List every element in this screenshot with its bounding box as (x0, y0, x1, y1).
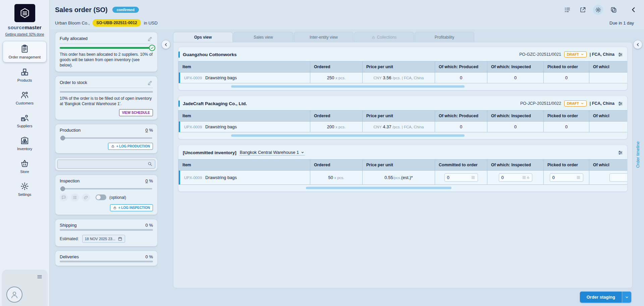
order-staging-caret-icon[interactable] (622, 292, 631, 303)
log-production-button[interactable]: + LOG PRODUCTION (108, 143, 153, 150)
cell-extra (589, 122, 628, 132)
col-header-ordered: Ordered (310, 160, 363, 171)
tune-icon[interactable] (618, 52, 623, 57)
supplier-name: JadeCraft Packaging Co., Ltd. (183, 101, 247, 106)
timeline-expand-button[interactable] (633, 40, 642, 49)
picked-input[interactable]: 0 (550, 173, 583, 182)
tab-ops-view[interactable]: Ops view (173, 32, 233, 42)
picked-value: 0 (565, 75, 568, 80)
production-slider[interactable] (60, 137, 152, 139)
sidebar-item-suppliers[interactable]: Suppliers (3, 110, 47, 131)
table-row[interactable]: UPX-0009Drawstring bags 200 x pcs. CNY 4… (179, 122, 628, 132)
edit-pencil-icon[interactable] (147, 36, 153, 41)
avatar[interactable] (6, 287, 22, 303)
order-number-pill[interactable]: SO-UBB-202511-0012 (93, 19, 141, 27)
log-inspection-button[interactable]: + LOG INSPECTION (110, 204, 153, 211)
qty-value: 50 (328, 175, 333, 180)
lock-icon (372, 36, 375, 39)
tab-collections[interactable]: Collections (354, 32, 414, 42)
scrollbar-thumb[interactable] (306, 187, 451, 189)
slider-knob[interactable] (60, 186, 65, 191)
main-area: Sales order (SO) confirmed (50, 0, 644, 306)
scrollbar-thumb[interactable] (231, 134, 465, 137)
menu-icon[interactable] (37, 274, 43, 280)
card-title: Inspection (60, 178, 79, 183)
estimated-label: Estimated: (60, 236, 79, 241)
sidebar-item-customers[interactable]: Customers (3, 87, 47, 108)
inspection-slider[interactable] (60, 188, 152, 189)
log-list-icon[interactable] (71, 193, 79, 202)
edit-pencil-icon[interactable] (147, 80, 153, 85)
open-in-new-icon[interactable] (578, 5, 588, 15)
customers-icon (20, 90, 29, 99)
collapse-header-chevron-icon[interactable] (629, 5, 639, 15)
committed-input[interactable]: 0 (444, 173, 478, 182)
brand-name: sourcemaster (8, 25, 42, 30)
horizontal-scrollbar[interactable] (182, 187, 623, 189)
app-logo[interactable] (14, 4, 35, 22)
card-title: Shipping (60, 223, 77, 228)
getting-started-link[interactable]: Getting started: 92% done (5, 33, 44, 36)
log-production-label: + LOG PRODUCTION (116, 144, 150, 148)
po-status-dropdown[interactable]: DRAFT (564, 51, 587, 57)
sidebar-item-products[interactable]: Products (3, 64, 47, 85)
tune-icon[interactable] (618, 150, 623, 156)
tab-inter-entity-view[interactable]: Inter-entity view (294, 32, 354, 42)
brand-source: source (8, 25, 24, 30)
production-card: Production 0 % + LOG PRODUCTION (55, 124, 158, 154)
deliveries-card: Deliveries 0 % (55, 251, 158, 266)
po-status-dropdown[interactable]: DRAFT (564, 100, 587, 106)
slider-knob[interactable] (60, 136, 65, 140)
lock-icon (111, 144, 115, 148)
sidebar-item-inventory[interactable]: Inventory (3, 133, 47, 154)
po-number: PO-GZC-202511/0021 (519, 52, 561, 57)
extra-input[interactable] (609, 173, 627, 182)
inspected-input[interactable]: 0 (499, 173, 532, 182)
sidebar-item-store[interactable]: Store (3, 156, 47, 177)
customer-name: Urban Bloom Co., (55, 20, 90, 26)
item-sku: UPX-0009 (184, 176, 202, 180)
stock-progress-bar (60, 91, 153, 93)
view-schedule-button[interactable]: VIEW SCHEDULE (119, 109, 153, 116)
table-row[interactable]: UPX-0009Drawstring bags 250 x pcs. CNY 3… (179, 73, 628, 83)
tune-icon[interactable] (618, 101, 623, 106)
copy-icon[interactable] (608, 5, 619, 15)
panel-collapse-button[interactable] (161, 40, 170, 49)
qty-value: 250 (327, 75, 334, 80)
gear-icon[interactable] (593, 5, 603, 15)
estimated-date-field[interactable]: 18 NOV 2025 23... (82, 235, 125, 243)
view-schedule-label: VIEW SCHEDULE (122, 111, 150, 115)
produced-value: 0 (460, 75, 462, 80)
tab-label: Profitability (435, 35, 454, 40)
inventory-icon (20, 136, 29, 145)
order-items-table: Item Ordered Price per unit Of which: Pr… (178, 61, 627, 83)
horizontal-scrollbar[interactable] (182, 85, 623, 88)
search-icon (147, 161, 153, 167)
inspection-card: Inspection 0 % (55, 175, 158, 215)
order-timeline-label[interactable]: Order timeline (636, 141, 640, 168)
warehouse-select[interactable]: Bangkok Central Warehouse 1 (239, 149, 305, 156)
order-staging-button[interactable]: Order staging (580, 292, 631, 303)
attachment-icon[interactable] (82, 193, 90, 202)
scrollbar-thumb[interactable] (231, 85, 465, 88)
sidebar-item-order-management[interactable]: Order management (3, 41, 47, 62)
comment-icon[interactable] (60, 193, 68, 202)
tab-profitability[interactable]: Profitability (415, 32, 474, 42)
activity-log-icon[interactable] (562, 5, 572, 15)
col-header-item: Item (179, 61, 310, 73)
sidebar-item-settings[interactable]: Settings (3, 179, 47, 200)
brand-master: master (24, 25, 41, 30)
col-header-picked: Picked to order (544, 160, 589, 171)
check-circle-icon (149, 45, 155, 51)
horizontal-scrollbar[interactable] (182, 134, 623, 137)
optional-toggle[interactable] (96, 194, 106, 200)
shipping-progress-bar (60, 229, 153, 231)
search-input[interactable] (57, 160, 155, 169)
table-row[interactable]: UPX-0009Drawstring bags 50 x pcs. 0.55/p… (179, 171, 628, 185)
committed-value: 0 (447, 175, 449, 180)
col-header-extra: Of whicl (589, 111, 628, 122)
col-header-item: Item (179, 111, 310, 122)
tab-sales-view[interactable]: Sales view (233, 32, 293, 42)
picked-value: 0 (565, 124, 568, 129)
sidebar-item-label: Inventory (17, 147, 32, 151)
